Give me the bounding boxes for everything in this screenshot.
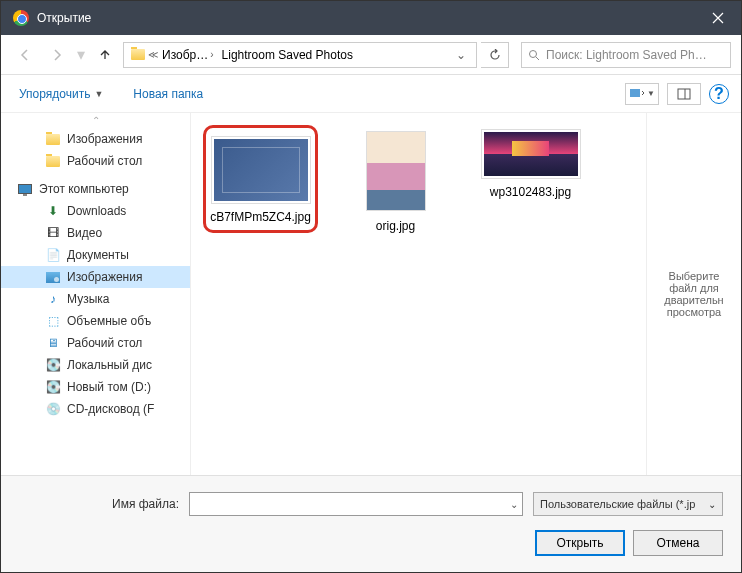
search-input[interactable]: Поиск: Lightroom Saved Ph… [521, 42, 731, 68]
new-folder-button[interactable]: Новая папка [127, 83, 209, 105]
file-thumbnail [364, 129, 428, 213]
organize-button[interactable]: Упорядочить ▼ [13, 83, 109, 105]
breadcrumb-dropdown-icon[interactable]: ⌄ [450, 48, 472, 62]
tree-item-documents[interactable]: 📄Документы [1, 244, 190, 266]
nav-bar: ▾ ≪ Изобр…› Lightroom Saved Photos ⌄ Пои… [1, 35, 741, 75]
chevron-down-icon[interactable]: ⌄ [510, 499, 518, 510]
refresh-button[interactable] [481, 42, 509, 68]
cancel-button[interactable]: Отмена [633, 530, 723, 556]
nav-dropdown-icon[interactable]: ▾ [77, 45, 85, 64]
breadcrumb[interactable]: ≪ Изобр…› Lightroom Saved Photos ⌄ [123, 42, 477, 68]
svg-rect-2 [678, 89, 690, 99]
tree-item-localdisk[interactable]: 💽Локальный дис [1, 354, 190, 376]
tree-item-music[interactable]: ♪Музыка [1, 288, 190, 310]
up-button[interactable] [91, 42, 119, 68]
tree-item-images-selected[interactable]: Изображения [1, 266, 190, 288]
chevron-down-icon: ▼ [94, 89, 103, 99]
tree-scroll-up[interactable]: ⌃ [1, 113, 190, 128]
close-button[interactable] [695, 1, 741, 35]
view-mode-button[interactable]: ▼ [625, 83, 659, 105]
file-list: cB7fMPm5ZC4.jpg orig.jpg wp3102483.jpg [191, 113, 646, 475]
chevron-down-icon: ⌄ [708, 499, 716, 510]
file-item[interactable]: orig.jpg [338, 125, 453, 237]
file-item-highlighted[interactable]: cB7fMPm5ZC4.jpg [203, 125, 318, 233]
breadcrumb-segment[interactable]: Изобр…› [158, 48, 218, 62]
preview-pane-button[interactable] [667, 83, 701, 105]
chevron-icon: ≪ [148, 49, 158, 60]
tree-item-videos[interactable]: 🎞Видео [1, 222, 190, 244]
file-type-filter[interactable]: Пользовательские файлы (*.jp ⌄ [533, 492, 723, 516]
preview-pane: Выберите файл для дварительн просмотра [646, 113, 741, 475]
chrome-icon [13, 10, 29, 26]
search-icon [528, 49, 540, 61]
tree-item-thispc[interactable]: Этот компьютер [1, 178, 190, 200]
filename-input[interactable]: ⌄ [189, 492, 523, 516]
titlebar: Открытие [1, 1, 741, 35]
file-item[interactable]: wp3102483.jpg [473, 125, 588, 203]
file-thumbnail [211, 136, 311, 204]
folder-icon [128, 47, 148, 63]
file-name: cB7fMPm5ZC4.jpg [210, 210, 311, 224]
svg-point-0 [530, 50, 537, 57]
forward-button[interactable] [43, 42, 71, 68]
file-thumbnail [481, 129, 581, 179]
breadcrumb-segment[interactable]: Lightroom Saved Photos [218, 48, 357, 62]
filename-label: Имя файла: [19, 497, 179, 511]
file-name: orig.jpg [376, 219, 415, 233]
preview-placeholder: Выберите файл для дварительн просмотра [655, 270, 733, 318]
toolbar: Упорядочить ▼ Новая папка ▼ ? [1, 75, 741, 113]
search-placeholder: Поиск: Lightroom Saved Ph… [546, 48, 707, 62]
tree-item-desktop2[interactable]: 🖥Рабочий стол [1, 332, 190, 354]
help-icon[interactable]: ? [709, 84, 729, 104]
nav-tree: ⌃ Изображения Рабочий стол Этот компьюте… [1, 113, 191, 475]
window-title: Открытие [37, 11, 695, 25]
dialog-footer: Имя файла: ⌄ Пользовательские файлы (*.j… [1, 475, 741, 572]
main-area: ⌃ Изображения Рабочий стол Этот компьюте… [1, 113, 741, 475]
file-name: wp3102483.jpg [490, 185, 571, 199]
back-button[interactable] [11, 42, 39, 68]
tree-item-newvolume[interactable]: 💽Новый том (D:) [1, 376, 190, 398]
open-button[interactable]: Открыть [535, 530, 625, 556]
tree-item-desktop[interactable]: Рабочий стол [1, 150, 190, 172]
file-open-dialog: Открытие ▾ ≪ Изобр…› Lightroom Saved Pho… [0, 0, 742, 573]
tree-item-cddrive[interactable]: 💿CD-дисковод (F [1, 398, 190, 420]
tree-item-3dobjects[interactable]: ⬚Объемные объ [1, 310, 190, 332]
tree-item-downloads[interactable]: ⬇Downloads [1, 200, 190, 222]
tree-item-images[interactable]: Изображения [1, 128, 190, 150]
svg-rect-1 [630, 89, 640, 97]
